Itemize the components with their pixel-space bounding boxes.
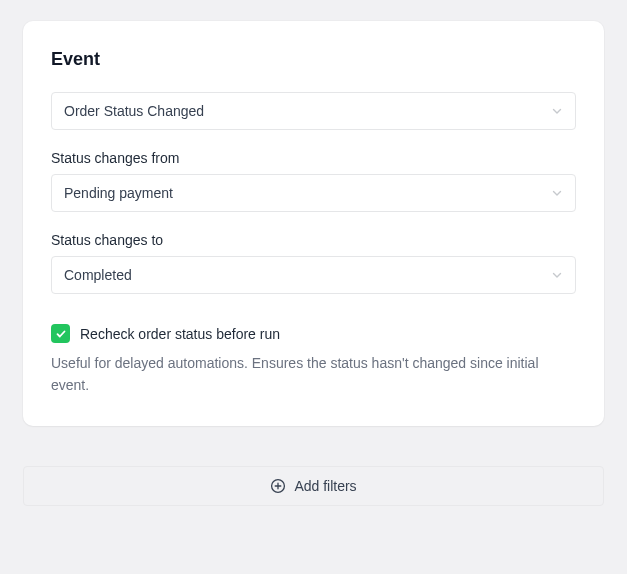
event-card: Event Order Status Changed Status change… — [23, 21, 604, 426]
status-to-select[interactable]: Completed — [51, 256, 576, 294]
status-to-value: Completed — [64, 267, 132, 283]
plus-circle-icon — [270, 478, 286, 494]
status-from-value: Pending payment — [64, 185, 173, 201]
chevron-down-icon — [551, 187, 563, 199]
chevron-down-icon — [551, 269, 563, 281]
status-from-label: Status changes from — [51, 150, 576, 166]
status-to-label: Status changes to — [51, 232, 576, 248]
section-title: Event — [51, 49, 576, 70]
event-select-value: Order Status Changed — [64, 103, 204, 119]
recheck-help-text: Useful for delayed automations. Ensures … — [51, 353, 576, 396]
add-filters-label: Add filters — [294, 478, 356, 494]
event-select[interactable]: Order Status Changed — [51, 92, 576, 130]
recheck-label: Recheck order status before run — [80, 326, 280, 342]
recheck-row: Recheck order status before run — [51, 324, 576, 343]
status-from-select[interactable]: Pending payment — [51, 174, 576, 212]
chevron-down-icon — [551, 105, 563, 117]
recheck-checkbox[interactable] — [51, 324, 70, 343]
add-filters-button[interactable]: Add filters — [23, 466, 604, 506]
